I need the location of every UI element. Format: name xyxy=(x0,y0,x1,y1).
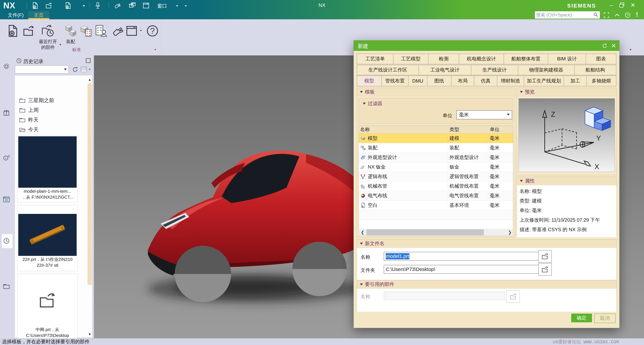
window-menu-dropdown-icon[interactable] xyxy=(176,5,178,7)
touch-mode-icon[interactable] xyxy=(113,2,120,10)
restore-button[interactable] xyxy=(618,1,626,9)
touch-gesture-icon[interactable] xyxy=(109,24,123,38)
constraints-checklist-icon[interactable] xyxy=(79,24,92,38)
tab-simulation[interactable]: 仿真 xyxy=(474,76,497,86)
history-group-today[interactable]: 今天 xyxy=(19,126,38,133)
table-row[interactable]: 电气布线 电气管线布置 毫米 xyxy=(359,191,513,201)
close-button[interactable]: ✕ xyxy=(629,1,636,9)
dialog-reset-icon[interactable] xyxy=(602,43,608,49)
toolbar-options-icon[interactable] xyxy=(185,5,187,7)
scrollbar-thumb[interactable] xyxy=(88,84,92,285)
history-scrollbar[interactable] xyxy=(88,83,92,329)
history-clock-icon[interactable] xyxy=(2,237,10,245)
tab-dmu[interactable]: DMU xyxy=(408,76,427,86)
notifications-info-icon[interactable] xyxy=(2,154,10,161)
roles-gear-icon[interactable] xyxy=(2,63,10,70)
history-group-3weeks[interactable]: 三星期之前 xyxy=(19,97,54,104)
window-menu-button[interactable]: 窗口 xyxy=(157,3,167,10)
folder-input[interactable]: C:\Users\P73\Desktop\ xyxy=(384,265,539,274)
new-file-name-section-header[interactable]: 新文件名 xyxy=(357,240,616,248)
tab-ship-structure[interactable]: 船舶结构 xyxy=(574,65,616,75)
templates-folder-icon[interactable] xyxy=(2,282,10,290)
recent-parts-icon[interactable] xyxy=(40,24,54,38)
tab-diagram[interactable]: 图表 xyxy=(586,54,616,64)
scrollbar-thumb[interactable] xyxy=(366,229,484,235)
tab-bim-design[interactable]: BIM 设计 xyxy=(548,54,586,64)
table-row[interactable]: 装配 装配 毫米 xyxy=(359,143,513,153)
cascade-windows-icon[interactable] xyxy=(128,2,136,10)
history-group-lastweek[interactable]: 上周 xyxy=(19,107,38,114)
tab-industrial-electrical[interactable]: 工业电气设计 xyxy=(418,65,471,75)
col-header-type[interactable]: 类型 xyxy=(448,126,488,133)
tab-machining-line-planner[interactable]: 加工生产线规划 xyxy=(524,76,564,86)
browse-name-button[interactable] xyxy=(538,250,552,263)
ok-button[interactable]: 确定 xyxy=(571,314,592,322)
combobox-dropdown-icon[interactable] xyxy=(64,69,67,70)
col-header-unit[interactable]: 单位 xyxy=(488,126,513,133)
table-row[interactable]: 机械布管 机械管线布置 毫米 xyxy=(359,181,513,191)
ribbon-new-icon[interactable] xyxy=(6,24,20,38)
tab-additive-manufacturing[interactable]: 增材制造 xyxy=(497,76,524,86)
fullscreen-icon[interactable] xyxy=(603,12,610,19)
assembly-icon[interactable] xyxy=(64,24,78,38)
tab-multi-axis-fusion[interactable]: 多轴烧熔 xyxy=(586,76,616,86)
parts-library-icon[interactable] xyxy=(2,109,10,117)
dialog-title-bar[interactable]: 新建 xyxy=(354,41,619,51)
tab-inspection[interactable]: 检测 xyxy=(428,54,459,64)
tab-process-model[interactable]: 工艺模型 xyxy=(393,54,428,64)
file-name-input[interactable]: model1.prt xyxy=(384,252,539,260)
ribbon-options-icon[interactable] xyxy=(630,49,632,51)
group-options-icon[interactable] xyxy=(154,49,156,50)
tab-manufacturing[interactable]: 加工 xyxy=(564,76,587,86)
view-options-dropdown-icon[interactable] xyxy=(89,69,90,70)
microphone-icon[interactable] xyxy=(94,2,102,10)
recent-parts-label[interactable]: 最近打开的部件 xyxy=(36,39,60,50)
new-document-icon[interactable] xyxy=(64,2,72,10)
assembly-label[interactable]: 装配 xyxy=(62,39,80,45)
ribbon-open-icon[interactable] xyxy=(22,24,36,38)
preview-section-header[interactable]: 预览 xyxy=(517,88,616,96)
open-file-icon[interactable] xyxy=(45,2,53,10)
tab-home[interactable]: 主页 xyxy=(28,11,49,19)
scroll-left-icon[interactable]: ❮ xyxy=(359,230,366,235)
table-row[interactable]: 外观造型设计 外观造型设计 毫米 xyxy=(359,153,513,162)
tab-line-design[interactable]: 生产线设计 xyxy=(471,65,518,75)
tab-model-active[interactable]: 模型 xyxy=(357,76,382,86)
properties-section-header[interactable]: 属性 xyxy=(517,177,616,185)
help-icon[interactable]: ? xyxy=(624,12,631,19)
window-layout-dropdown-icon[interactable] xyxy=(140,30,142,31)
window-layout-icon[interactable] xyxy=(125,24,138,38)
tab-file[interactable]: 文件(F) xyxy=(2,11,29,19)
scroll-right-icon[interactable]: ❯ xyxy=(508,230,512,235)
scroll-up-icon[interactable]: ▲ xyxy=(88,78,92,82)
tab-ship-general-arrangement[interactable]: 船舶整体布置 xyxy=(504,54,548,64)
cancel-button[interactable]: 取消 xyxy=(594,314,616,323)
minimize-button[interactable]: – xyxy=(608,1,615,9)
scroll-down-icon[interactable]: ▼ xyxy=(88,332,92,336)
history-item[interactable]: 中网.prt，从C:\Users\P73\Desktop xyxy=(18,274,78,341)
dialog-close-icon[interactable] xyxy=(611,43,617,49)
units-dropdown[interactable]: 毫米 xyxy=(456,110,512,119)
filter-section-header[interactable]: 过滤器 xyxy=(359,98,513,107)
table-horizontal-scrollbar[interactable]: ❮ ❯ xyxy=(359,229,513,236)
new-dropdown-icon[interactable] xyxy=(83,5,85,7)
history-filter-combobox[interactable] xyxy=(15,66,68,74)
alert-icon[interactable]: ! xyxy=(636,11,638,18)
templates-section-header[interactable]: 模板 xyxy=(357,88,515,96)
table-row[interactable]: 空白 基本环境 毫米 xyxy=(359,201,513,210)
search-icon[interactable] xyxy=(593,12,598,18)
table-row-selected[interactable]: 模型 建模 毫米 xyxy=(359,134,513,143)
roles-checklist-icon[interactable] xyxy=(94,24,108,38)
undock-panel-icon[interactable] xyxy=(85,57,92,64)
web-browser-icon[interactable] xyxy=(2,196,10,203)
thumbnail-view-icon[interactable] xyxy=(80,66,88,73)
tab-process-list[interactable]: 工艺清单 xyxy=(357,54,394,64)
ribbon-help-icon[interactable]: ? xyxy=(146,24,159,38)
history-item[interactable]: model-plain-1-mm-tem...，从 F:\NX\NX2412\G… xyxy=(18,136,78,202)
tab-drawing[interactable]: 图纸 xyxy=(427,76,452,86)
table-row[interactable]: NX 钣金 钣金 毫米 xyxy=(359,162,513,172)
table-header-row[interactable]: 名称 类型 单位 xyxy=(359,126,513,134)
tab-line-design-workspace[interactable]: 生产线设计工作区 xyxy=(357,65,419,75)
reference-section-header[interactable]: 要引用的部件 xyxy=(357,280,616,289)
table-row[interactable]: 逻辑布线 逻辑管线布置 毫米 xyxy=(359,172,513,181)
